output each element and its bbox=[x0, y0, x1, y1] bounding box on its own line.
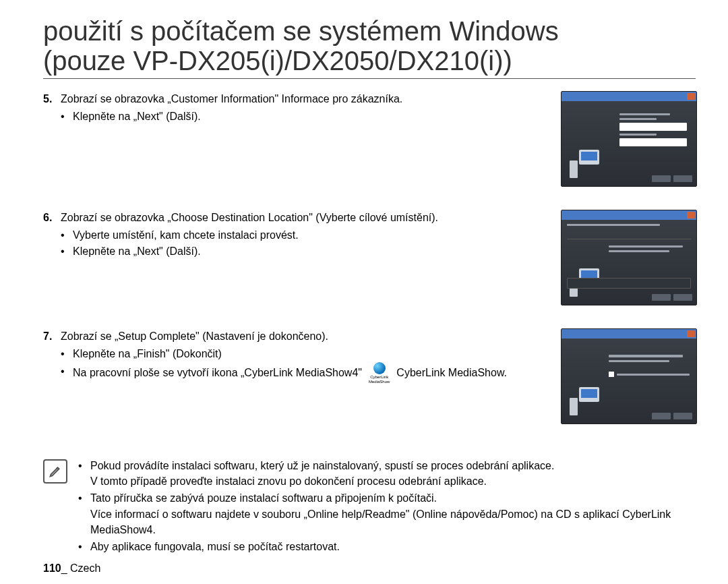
step-7-desc: Zobrazí se „Setup Complete" (Nastavení j… bbox=[61, 328, 328, 345]
step-7-bullet-2: Na pracovní ploše se vytvoří ikona „Cybe… bbox=[61, 362, 545, 384]
page-footer: 110_ Czech bbox=[43, 562, 100, 575]
close-icon bbox=[687, 212, 695, 218]
step-5-number: 5. bbox=[43, 91, 57, 107]
note-icon bbox=[43, 459, 67, 484]
step-6-text: 6. Zobrazí se obrazovka „Choose Destinat… bbox=[43, 210, 545, 260]
step-7-screenshot bbox=[561, 328, 696, 424]
step-6-bullet-2: Klepněte na „Next" (Další). bbox=[61, 243, 545, 260]
checkbox-icon bbox=[609, 372, 614, 377]
pencil-note-icon bbox=[48, 464, 63, 479]
step-6: 6. Zobrazí se obrazovka „Choose Destinat… bbox=[43, 210, 696, 305]
step-6-screenshot bbox=[561, 210, 696, 305]
pc-tower-icon bbox=[570, 398, 578, 415]
installer-customer-info bbox=[561, 91, 697, 187]
step-6-desc: Zobrazí se obrazovka „Choose Destination… bbox=[61, 210, 438, 226]
note-3: Aby aplikace fungovala, musí se počítač … bbox=[78, 539, 696, 554]
installer-destination bbox=[561, 210, 697, 305]
step-5-desc: Zobrazí se obrazovka „Customer Informati… bbox=[61, 91, 402, 107]
note-1: Pokud provádíte instalaci softwaru, kter… bbox=[78, 458, 696, 489]
step-5-screenshot bbox=[561, 91, 696, 187]
note-list: Pokud provádíte instalaci softwaru, kter… bbox=[78, 458, 696, 556]
step-7: 7. Zobrazí se „Setup Complete" (Nastaven… bbox=[43, 328, 696, 424]
step-7-bullet-2-pre: Na pracovní ploše se vytvoří ikona „Cybe… bbox=[73, 365, 362, 381]
step-5-bullet-1: Klepněte na „Next" (Další). bbox=[61, 109, 545, 125]
manual-page: použití s počítačem se systémem Windows … bbox=[0, 0, 728, 584]
step-6-bullet-1: Vyberte umístění, kam chcete instalaci p… bbox=[61, 227, 545, 243]
close-icon bbox=[687, 93, 695, 100]
step-7-bullet-1: Klepněte na „Finish" (Dokončit) bbox=[61, 346, 545, 362]
heading-line-2: (pouze VP-DX205(i)/DX2050/DX210(i)) bbox=[43, 46, 512, 76]
monitor-icon bbox=[579, 387, 599, 402]
page-heading: použití s počítačem se systémem Windows … bbox=[43, 16, 696, 76]
globe-icon bbox=[373, 362, 386, 374]
note-block: Pokud provádíte instalaci softwaru, kter… bbox=[43, 458, 696, 556]
step-7-bullet-2-post: CyberLink MediaShow. bbox=[396, 365, 507, 381]
installer-complete bbox=[561, 328, 697, 424]
step-6-number: 6. bbox=[43, 210, 57, 226]
heading-rule bbox=[43, 78, 696, 79]
monitor-icon bbox=[579, 150, 599, 165]
close-icon bbox=[687, 330, 695, 337]
pc-tower-icon bbox=[570, 160, 578, 178]
note-2: Tato příručka se zabývá pouze instalací … bbox=[78, 490, 696, 537]
cyberlink-mediashow-icon: CyberLink MediaShow bbox=[369, 362, 390, 384]
page-lang: Czech bbox=[70, 562, 100, 574]
step-7-text: 7. Zobrazí se „Setup Complete" (Nastaven… bbox=[43, 328, 545, 384]
heading-line-1: použití s počítačem se systémem Windows bbox=[43, 16, 559, 46]
step-7-number: 7. bbox=[43, 328, 57, 345]
step-5: 5. Zobrazí se obrazovka „Customer Inform… bbox=[43, 91, 696, 187]
step-5-text: 5. Zobrazí se obrazovka „Customer Inform… bbox=[43, 91, 545, 125]
page-number: 110 bbox=[43, 562, 61, 574]
